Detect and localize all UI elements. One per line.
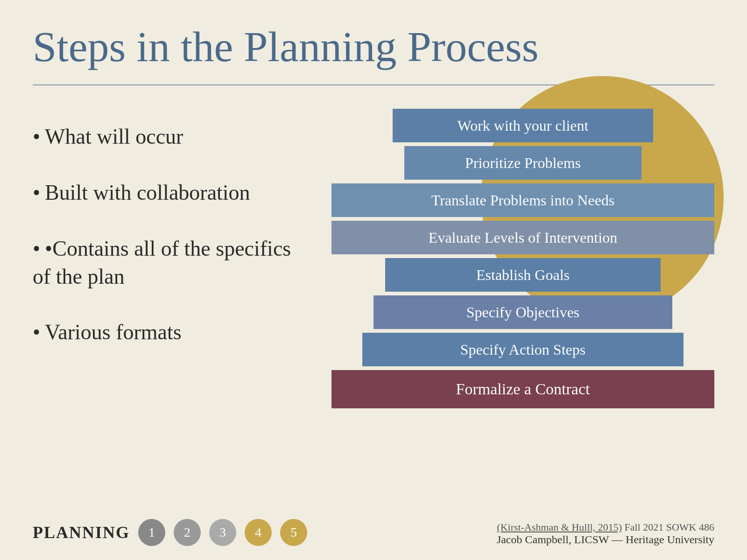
citation-link: (Kirst-Ashman & Hulll, 2015) — [497, 521, 622, 533]
bullet-1: What will occur — [33, 123, 303, 151]
step-3: Translate Problems into Needs — [331, 183, 714, 217]
step-7: Specify Action Steps — [362, 333, 684, 366]
bullet-4: Various formats — [33, 318, 303, 346]
step-5: Establish Goals — [385, 258, 661, 292]
bullet-2: Built with collaboration — [33, 179, 303, 207]
step-4: Evaluate Levels of Intervention — [331, 221, 714, 254]
planning-text: PLANNING — [33, 523, 130, 542]
circle-5: 5 — [280, 519, 307, 546]
planning-label: PLANNING 1 2 3 4 5 — [33, 519, 307, 546]
circle-3: 3 — [209, 519, 236, 546]
circle-1: 1 — [138, 519, 165, 546]
citation-author: Jacob Campbell, LICSW — Heritage Univers… — [497, 533, 714, 546]
step-2: Prioritize Problems — [404, 146, 641, 180]
bottom-area: PLANNING 1 2 3 4 5 (Kirst-Ashman & Hulll… — [0, 519, 747, 560]
bullet-3: •Contains all of the specifics of the pl… — [33, 235, 303, 291]
citation-line1: (Kirst-Ashman & Hulll, 2015) Fall 2021 S… — [497, 521, 714, 533]
circle-4: 4 — [245, 519, 272, 546]
step-6: Specify Objectives — [374, 295, 672, 329]
citation-area: (Kirst-Ashman & Hulll, 2015) Fall 2021 S… — [497, 521, 714, 546]
citation-semester-text: Fall 2021 SOWK 486 — [625, 521, 715, 533]
step-1: Work with your client — [393, 109, 653, 142]
circle-2: 2 — [174, 519, 201, 546]
slide: Steps in the Planning Process What will … — [0, 0, 747, 560]
content-area: What will occur Built with collaboration… — [0, 104, 747, 412]
slide-title: Steps in the Planning Process — [33, 23, 714, 70]
step-8: Formalize a Contract — [331, 370, 714, 408]
right-column: Work with your client Prioritize Problem… — [331, 104, 714, 412]
left-column: What will occur Built with collaboration… — [33, 104, 303, 412]
steps-list: Work with your client Prioritize Problem… — [331, 104, 714, 412]
title-area: Steps in the Planning Process — [0, 0, 747, 84]
